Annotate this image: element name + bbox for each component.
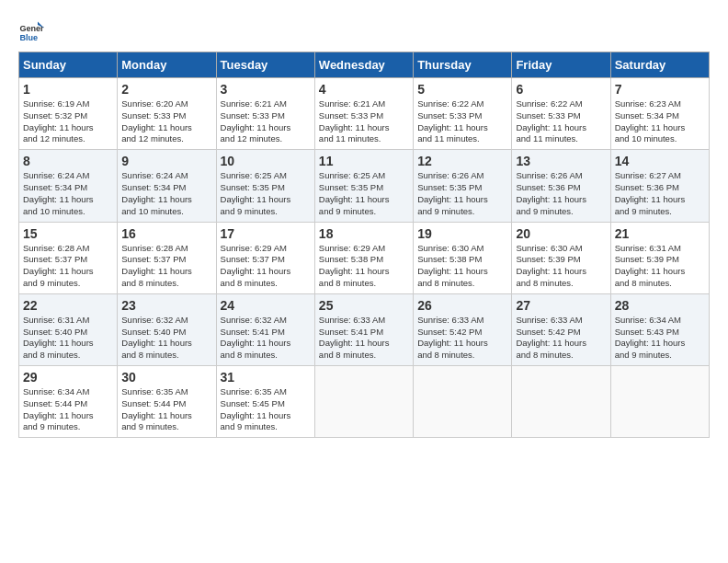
column-header-tuesday: Tuesday	[216, 52, 314, 78]
day-info: Sunrise: 6:31 AM Sunset: 5:40 PM Dayligh…	[23, 315, 113, 362]
day-info: Sunrise: 6:31 AM Sunset: 5:39 PM Dayligh…	[615, 243, 705, 290]
calendar-cell: 23Sunrise: 6:32 AM Sunset: 5:40 PM Dayli…	[118, 293, 216, 365]
calendar-cell: 19Sunrise: 6:30 AM Sunset: 5:38 PM Dayli…	[414, 222, 512, 293]
column-header-thursday: Thursday	[414, 52, 512, 78]
column-header-monday: Monday	[118, 52, 216, 78]
calendar-cell: 14Sunrise: 6:27 AM Sunset: 5:36 PM Dayli…	[610, 150, 709, 222]
day-number: 6	[516, 82, 606, 97]
day-info: Sunrise: 6:26 AM Sunset: 5:35 PM Dayligh…	[417, 170, 507, 217]
calendar-cell	[610, 366, 709, 438]
day-info: Sunrise: 6:28 AM Sunset: 5:37 PM Dayligh…	[23, 243, 113, 290]
column-header-wednesday: Wednesday	[314, 52, 413, 78]
calendar-cell: 21Sunrise: 6:31 AM Sunset: 5:39 PM Dayli…	[610, 222, 709, 293]
day-info: Sunrise: 6:21 AM Sunset: 5:33 PM Dayligh…	[319, 98, 409, 145]
day-number: 1	[23, 82, 113, 97]
calendar-header: SundayMondayTuesdayWednesdayThursdayFrid…	[19, 52, 710, 78]
calendar-week-row: 8Sunrise: 6:24 AM Sunset: 5:34 PM Daylig…	[19, 150, 710, 222]
day-info: Sunrise: 6:26 AM Sunset: 5:36 PM Dayligh…	[516, 170, 606, 217]
day-number: 24	[221, 298, 311, 313]
day-number: 20	[516, 226, 606, 241]
calendar-week-row: 1Sunrise: 6:19 AM Sunset: 5:32 PM Daylig…	[19, 78, 710, 150]
calendar-cell: 1Sunrise: 6:19 AM Sunset: 5:32 PM Daylig…	[19, 78, 118, 150]
day-info: Sunrise: 6:34 AM Sunset: 5:43 PM Dayligh…	[615, 315, 705, 362]
calendar-cell: 6Sunrise: 6:22 AM Sunset: 5:33 PM Daylig…	[512, 78, 610, 150]
day-number: 9	[121, 154, 211, 168]
column-header-saturday: Saturday	[610, 52, 709, 78]
day-info: Sunrise: 6:19 AM Sunset: 5:32 PM Dayligh…	[23, 98, 113, 145]
calendar-cell: 7Sunrise: 6:23 AM Sunset: 5:34 PM Daylig…	[610, 78, 709, 150]
calendar-cell: 18Sunrise: 6:29 AM Sunset: 5:38 PM Dayli…	[314, 222, 413, 293]
day-number: 28	[615, 298, 705, 313]
day-info: Sunrise: 6:23 AM Sunset: 5:34 PM Dayligh…	[615, 98, 705, 145]
calendar-cell: 10Sunrise: 6:25 AM Sunset: 5:35 PM Dayli…	[216, 150, 314, 222]
calendar-cell: 11Sunrise: 6:25 AM Sunset: 5:35 PM Dayli…	[314, 150, 413, 222]
day-number: 29	[23, 370, 113, 385]
day-info: Sunrise: 6:29 AM Sunset: 5:37 PM Dayligh…	[221, 243, 311, 290]
day-info: Sunrise: 6:28 AM Sunset: 5:37 PM Dayligh…	[121, 243, 211, 290]
day-number: 7	[615, 82, 705, 97]
calendar-week-row: 15Sunrise: 6:28 AM Sunset: 5:37 PM Dayli…	[19, 222, 710, 293]
day-info: Sunrise: 6:33 AM Sunset: 5:42 PM Dayligh…	[417, 315, 507, 362]
day-info: Sunrise: 6:22 AM Sunset: 5:33 PM Dayligh…	[417, 98, 507, 145]
day-info: Sunrise: 6:32 AM Sunset: 5:40 PM Dayligh…	[121, 315, 211, 362]
calendar-cell: 5Sunrise: 6:22 AM Sunset: 5:33 PM Daylig…	[414, 78, 512, 150]
calendar-week-row: 22Sunrise: 6:31 AM Sunset: 5:40 PM Dayli…	[19, 293, 710, 365]
day-info: Sunrise: 6:22 AM Sunset: 5:33 PM Dayligh…	[516, 98, 606, 145]
day-number: 31	[221, 370, 311, 385]
calendar-cell: 22Sunrise: 6:31 AM Sunset: 5:40 PM Dayli…	[19, 293, 118, 365]
column-header-sunday: Sunday	[19, 52, 118, 78]
logo: General Blue	[18, 18, 48, 44]
calendar-cell: 24Sunrise: 6:32 AM Sunset: 5:41 PM Dayli…	[216, 293, 314, 365]
calendar-cell: 13Sunrise: 6:26 AM Sunset: 5:36 PM Dayli…	[512, 150, 610, 222]
day-info: Sunrise: 6:35 AM Sunset: 5:45 PM Dayligh…	[221, 386, 311, 433]
day-info: Sunrise: 6:21 AM Sunset: 5:33 PM Dayligh…	[221, 98, 311, 145]
day-number: 22	[23, 298, 113, 313]
day-number: 23	[121, 298, 211, 313]
logo-icon: General Blue	[18, 18, 44, 44]
calendar-table: SundayMondayTuesdayWednesdayThursdayFrid…	[18, 52, 710, 438]
column-header-friday: Friday	[512, 52, 610, 78]
day-number: 8	[23, 154, 113, 168]
calendar-week-row: 29Sunrise: 6:34 AM Sunset: 5:44 PM Dayli…	[19, 366, 710, 438]
day-info: Sunrise: 6:33 AM Sunset: 5:42 PM Dayligh…	[516, 315, 606, 362]
day-info: Sunrise: 6:30 AM Sunset: 5:39 PM Dayligh…	[516, 243, 606, 290]
calendar-cell: 15Sunrise: 6:28 AM Sunset: 5:37 PM Dayli…	[19, 222, 118, 293]
day-number: 17	[221, 226, 311, 241]
day-number: 11	[319, 154, 409, 168]
day-number: 5	[417, 82, 507, 97]
day-info: Sunrise: 6:24 AM Sunset: 5:34 PM Dayligh…	[23, 170, 113, 217]
calendar-cell: 2Sunrise: 6:20 AM Sunset: 5:33 PM Daylig…	[118, 78, 216, 150]
day-number: 21	[615, 226, 705, 241]
day-number: 26	[417, 298, 507, 313]
day-info: Sunrise: 6:29 AM Sunset: 5:38 PM Dayligh…	[319, 243, 409, 290]
day-number: 16	[121, 226, 211, 241]
calendar-cell: 27Sunrise: 6:33 AM Sunset: 5:42 PM Dayli…	[512, 293, 610, 365]
day-info: Sunrise: 6:24 AM Sunset: 5:34 PM Dayligh…	[121, 170, 211, 217]
calendar-cell: 8Sunrise: 6:24 AM Sunset: 5:34 PM Daylig…	[19, 150, 118, 222]
calendar-cell: 25Sunrise: 6:33 AM Sunset: 5:41 PM Dayli…	[314, 293, 413, 365]
day-info: Sunrise: 6:32 AM Sunset: 5:41 PM Dayligh…	[221, 315, 311, 362]
calendar-cell	[414, 366, 512, 438]
day-info: Sunrise: 6:33 AM Sunset: 5:41 PM Dayligh…	[319, 315, 409, 362]
calendar-cell: 17Sunrise: 6:29 AM Sunset: 5:37 PM Dayli…	[216, 222, 314, 293]
calendar-cell	[314, 366, 413, 438]
calendar-cell: 20Sunrise: 6:30 AM Sunset: 5:39 PM Dayli…	[512, 222, 610, 293]
calendar-cell	[512, 366, 610, 438]
day-number: 18	[319, 226, 409, 241]
day-info: Sunrise: 6:30 AM Sunset: 5:38 PM Dayligh…	[417, 243, 507, 290]
calendar-cell: 28Sunrise: 6:34 AM Sunset: 5:43 PM Dayli…	[610, 293, 709, 365]
day-number: 3	[221, 82, 311, 97]
day-info: Sunrise: 6:25 AM Sunset: 5:35 PM Dayligh…	[221, 170, 311, 217]
day-number: 10	[221, 154, 311, 168]
calendar-cell: 4Sunrise: 6:21 AM Sunset: 5:33 PM Daylig…	[314, 78, 413, 150]
day-number: 2	[121, 82, 211, 97]
day-number: 25	[319, 298, 409, 313]
day-info: Sunrise: 6:35 AM Sunset: 5:44 PM Dayligh…	[121, 386, 211, 433]
calendar-cell: 30Sunrise: 6:35 AM Sunset: 5:44 PM Dayli…	[118, 366, 216, 438]
calendar-cell: 29Sunrise: 6:34 AM Sunset: 5:44 PM Dayli…	[19, 366, 118, 438]
day-number: 14	[615, 154, 705, 168]
day-info: Sunrise: 6:25 AM Sunset: 5:35 PM Dayligh…	[319, 170, 409, 217]
calendar-cell: 9Sunrise: 6:24 AM Sunset: 5:34 PM Daylig…	[118, 150, 216, 222]
day-info: Sunrise: 6:20 AM Sunset: 5:33 PM Dayligh…	[121, 98, 211, 145]
calendar-cell: 26Sunrise: 6:33 AM Sunset: 5:42 PM Dayli…	[414, 293, 512, 365]
